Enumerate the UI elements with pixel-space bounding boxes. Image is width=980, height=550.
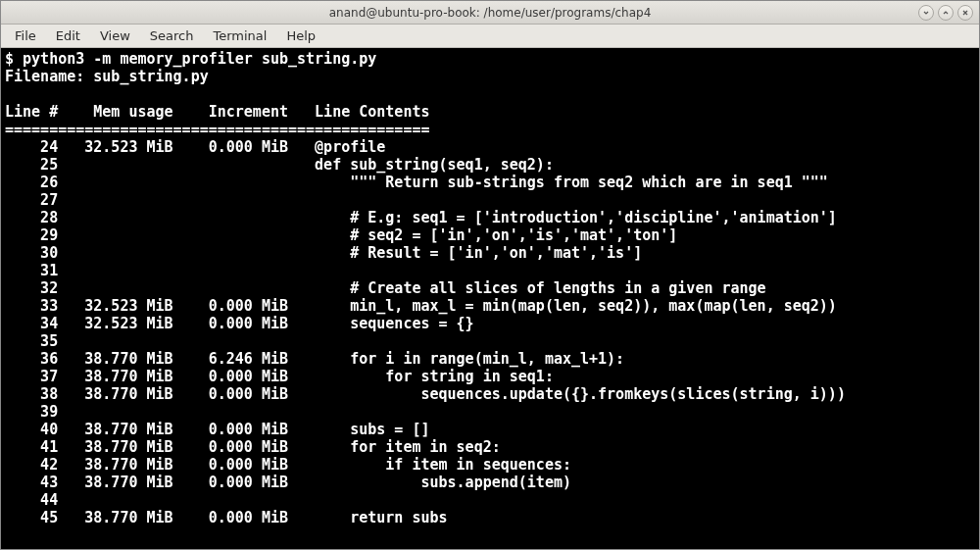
menu-search[interactable]: Search: [140, 26, 204, 45]
minimize-button[interactable]: [918, 5, 934, 21]
menu-help[interactable]: Help: [276, 26, 325, 45]
maximize-button[interactable]: [938, 5, 954, 21]
close-button[interactable]: [957, 5, 973, 21]
window-titlebar: anand@ubuntu-pro-book: /home/user/progra…: [1, 1, 979, 25]
window-controls: [918, 5, 973, 21]
menu-file[interactable]: File: [5, 26, 46, 45]
menu-view[interactable]: View: [90, 26, 140, 45]
menu-terminal[interactable]: Terminal: [203, 26, 276, 45]
menu-edit[interactable]: Edit: [46, 26, 90, 45]
window-title: anand@ubuntu-pro-book: /home/user/progra…: [7, 6, 973, 20]
menubar: File Edit View Search Terminal Help: [1, 25, 979, 48]
terminal-output[interactable]: $ python3 -m memory_profiler sub_string.…: [1, 48, 979, 549]
